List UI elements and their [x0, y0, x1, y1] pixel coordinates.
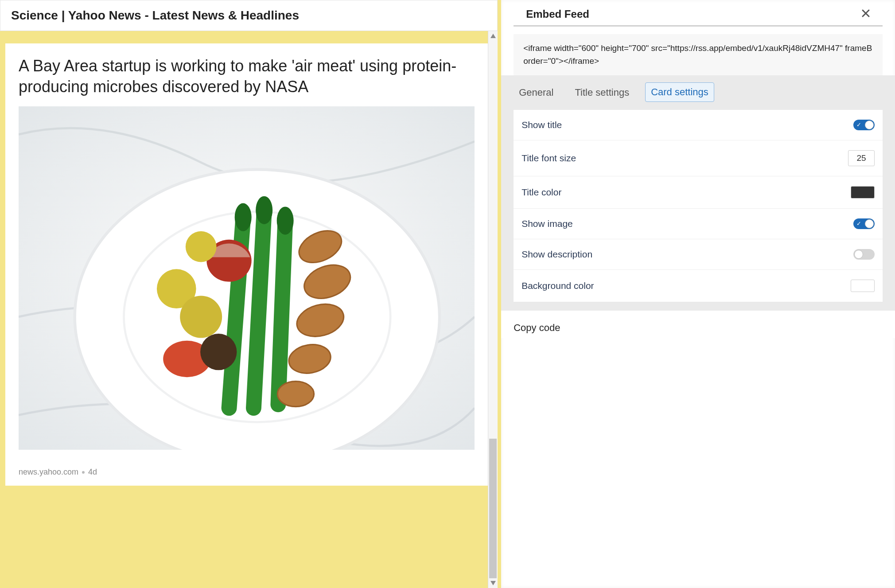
- row-background-color: Background color: [514, 270, 883, 302]
- label-background-color: Background color: [521, 280, 594, 291]
- settings-title: Embed Feed: [526, 8, 589, 20]
- row-show-description: Show description ✓: [514, 239, 883, 270]
- scroll-track[interactable]: [488, 41, 498, 578]
- tab-title-settings[interactable]: Title settings: [569, 83, 634, 102]
- card-source: news.yahoo.com: [19, 467, 78, 477]
- check-icon: ✓: [856, 121, 861, 128]
- feed-scroll-area[interactable]: A Bay Area startup is working to make 'a…: [0, 31, 488, 588]
- svg-line-6: [278, 222, 285, 405]
- svg-point-14: [277, 381, 314, 406]
- swatch-title-color[interactable]: [851, 186, 875, 199]
- toggle-knob: [854, 250, 863, 259]
- toggle-knob: [865, 121, 874, 129]
- scroll-thumb[interactable]: [489, 439, 497, 578]
- svg-marker-22: [490, 581, 496, 585]
- svg-line-5: [253, 211, 264, 408]
- scroll-down-button[interactable]: [488, 578, 498, 588]
- check-icon: ✓: [856, 220, 861, 227]
- tabs-bar: General Title settings Card settings: [501, 75, 895, 102]
- input-title-font-size[interactable]: [848, 150, 875, 166]
- toggle-show-image[interactable]: ✓: [853, 218, 875, 229]
- preview-panel: Science | Yahoo News - Latest News & Hea…: [0, 0, 501, 588]
- feed-title: Science | Yahoo News - Latest News & Hea…: [11, 8, 486, 23]
- settings-grey-section: General Title settings Card settings Sho…: [501, 75, 895, 311]
- row-show-title: Show title ✓: [514, 110, 883, 140]
- label-show-description: Show description: [521, 249, 592, 260]
- close-icon[interactable]: [861, 9, 870, 19]
- svg-point-18: [200, 334, 237, 370]
- card-age: 4d: [88, 467, 97, 477]
- card-title: A Bay Area startup is working to make 'a…: [19, 56, 475, 97]
- toggle-show-description[interactable]: ✓: [853, 249, 875, 260]
- settings-panel: Embed Feed <iframe width="600" height="7…: [501, 0, 895, 588]
- embed-code-box[interactable]: <iframe width="600" height="700" src="ht…: [514, 34, 883, 75]
- settings-header: Embed Feed: [514, 0, 883, 26]
- tab-general[interactable]: General: [514, 83, 559, 102]
- swatch-background-color[interactable]: [851, 280, 875, 292]
- card-meta: news.yahoo.com 4d: [19, 467, 475, 477]
- svg-point-9: [277, 206, 294, 234]
- card-image: [19, 106, 475, 450]
- svg-point-8: [256, 196, 272, 224]
- feed-card[interactable]: A Bay Area startup is working to make 'a…: [5, 43, 488, 486]
- toggle-show-title[interactable]: ✓: [853, 120, 875, 130]
- label-title-font-size: Title font size: [521, 153, 576, 164]
- label-show-image: Show image: [521, 218, 573, 229]
- card-settings-group: Show title ✓ Title font size Title color…: [514, 110, 883, 302]
- feed-header: Science | Yahoo News - Latest News & Hea…: [0, 0, 498, 31]
- label-title-color: Title color: [521, 187, 561, 198]
- preview-scrollbar[interactable]: [488, 31, 498, 588]
- svg-point-7: [235, 203, 252, 231]
- toggle-knob: [865, 219, 874, 228]
- tab-card-settings[interactable]: Card settings: [645, 82, 714, 102]
- label-show-title: Show title: [521, 120, 562, 130]
- row-show-image: Show image ✓: [514, 209, 883, 239]
- row-title-color: Title color: [514, 176, 883, 209]
- row-title-font-size: Title font size: [514, 140, 883, 176]
- svg-point-16: [180, 296, 222, 338]
- feed-body: A Bay Area startup is working to make 'a…: [0, 31, 498, 588]
- scroll-up-button[interactable]: [488, 31, 498, 41]
- copy-code-button[interactable]: Copy code: [501, 311, 895, 338]
- meta-separator-dot: [82, 471, 85, 474]
- svg-point-20: [186, 231, 217, 262]
- svg-marker-21: [490, 34, 496, 38]
